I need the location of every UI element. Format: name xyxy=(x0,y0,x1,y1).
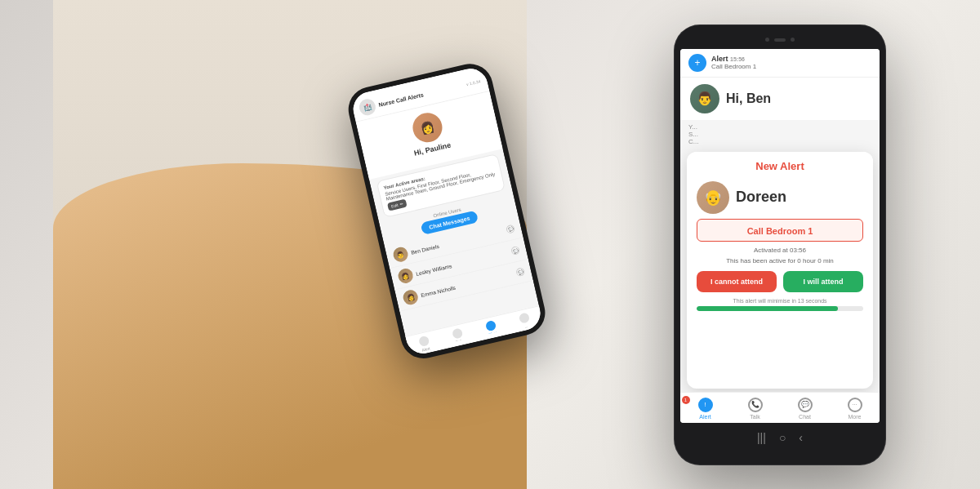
app-logo: 🏥 xyxy=(358,97,377,117)
phone-camera-area xyxy=(674,24,886,49)
recents-gesture-icon: ‹ xyxy=(799,431,803,444)
back-gesture-icon: ||| xyxy=(757,431,766,444)
alert-nav-label: Alert xyxy=(421,346,430,353)
more-nav-icon xyxy=(519,312,530,323)
call-type-text: Call Bedroom 1 xyxy=(747,226,813,236)
new-alert-modal: New Alert 👴 Doreen Call Bedroom 1 Activa… xyxy=(687,152,873,389)
message-icon-emma: 💬 xyxy=(515,267,525,277)
edit-label: Edit xyxy=(390,202,399,209)
alert-info: Alert 15:56 Call Bedroom 1 xyxy=(711,55,871,70)
activated-info: Activated at 03:56 xyxy=(687,245,873,256)
pauline-avatar: 👩 xyxy=(410,110,445,145)
chat-nav-label-right: Chat xyxy=(799,414,811,420)
alert-label: Alert xyxy=(711,55,730,63)
emma-avatar: 👩 xyxy=(402,288,420,306)
will-attend-button[interactable]: I will attend xyxy=(783,271,863,292)
ben-name: Ben Daniels xyxy=(410,242,439,255)
version-badge: v 1.0.34 xyxy=(466,78,481,87)
right-bottom-nav: ! 1 Alert 📞 Talk 💬 Chat ··· xyxy=(680,392,880,423)
alert-nav-icon-right: ! xyxy=(698,398,713,412)
nav-talk-right[interactable]: 📞 Talk xyxy=(730,398,780,420)
alert-progress-fill xyxy=(697,306,838,311)
speaker xyxy=(774,38,786,42)
nav-alert-left[interactable]: Alert xyxy=(406,332,443,355)
lesley-name: Lesley Williams xyxy=(416,263,452,277)
right-section: + Alert 15:56 Call Bedroom 1 👨 Hi, Ben xyxy=(633,8,927,482)
ben-profile-avatar: 👨 xyxy=(690,84,719,113)
nav-alert-right[interactable]: ! 1 Alert xyxy=(680,398,730,420)
camera-dot-1 xyxy=(765,38,769,42)
plus-icon: + xyxy=(694,57,700,69)
edit-button[interactable]: Edit ✏ xyxy=(387,199,407,211)
right-phone-body: + Alert 15:56 Call Bedroom 1 👨 Hi, Ben xyxy=(674,24,886,465)
doreen-name: Doreen xyxy=(736,189,786,206)
more-nav-icon-right: ··· xyxy=(848,398,862,412)
alert-time: 15:56 xyxy=(730,56,745,62)
hi-ben-greeting: Hi, Ben xyxy=(726,91,771,106)
alert-progress-bar xyxy=(697,306,863,311)
nav-more-left[interactable]: ... xyxy=(506,309,543,332)
cannot-attend-button[interactable]: I cannot attend xyxy=(697,271,777,292)
message-icon-lesley: 💬 xyxy=(510,246,520,256)
alert-nav-wrapper: ! 1 xyxy=(698,398,713,412)
nav-talk-left[interactable]: Talk xyxy=(439,325,476,348)
main-scene: 🏥 Nurse Call Alerts v 1.0.34 👩 Hi, Pauli… xyxy=(0,0,980,489)
chat-nav-icon-right: 💬 xyxy=(798,398,813,412)
action-buttons: I cannot attend I will attend xyxy=(687,268,873,296)
minimise-text: This alert will minimise in 13 seconds xyxy=(687,296,873,306)
app-title: Nurse Call Alerts xyxy=(378,91,424,107)
alert-nav-label-right: Alert xyxy=(699,414,710,420)
active-duration: This has been active for 0 hour 0 min xyxy=(687,256,873,268)
alert-top-bar: + Alert 15:56 Call Bedroom 1 xyxy=(680,49,880,78)
ben-avatar: 👨 xyxy=(392,246,410,264)
alert-circle-icon: + xyxy=(688,54,706,72)
lesley-avatar: 👩 xyxy=(397,267,415,285)
new-alert-header: New Alert xyxy=(687,152,873,176)
camera-dot-2 xyxy=(791,38,795,42)
new-alert-title: New Alert xyxy=(755,160,804,172)
doreen-avatar: 👴 xyxy=(697,181,729,214)
right-phone-screen: + Alert 15:56 Call Bedroom 1 👨 Hi, Ben xyxy=(680,49,880,423)
nav-more-right[interactable]: ··· More xyxy=(830,398,880,420)
left-section: 🏥 Nurse Call Alerts v 1.0.34 👩 Hi, Pauli… xyxy=(53,0,527,489)
emma-name: Emma Nicholls xyxy=(421,284,457,298)
alert-badge: 1 xyxy=(682,396,690,404)
home-gesture-icon: ○ xyxy=(779,431,786,444)
hi-ben-section: 👨 Hi, Ben xyxy=(680,78,880,120)
alert-title-bar: Alert 15:56 xyxy=(711,55,871,63)
edit-icon: ✏ xyxy=(399,202,403,207)
alert-call-text: Call Bedroom 1 xyxy=(711,63,871,70)
scrolled-hint: Y...S...C... xyxy=(680,120,880,149)
talk-nav-label-right: Talk xyxy=(750,414,760,420)
nav-chat-right[interactable]: 💬 Chat xyxy=(780,398,830,420)
talk-nav-icon-right: 📞 xyxy=(748,398,763,412)
more-nav-label-right: More xyxy=(849,414,862,420)
phone-bottom-bar: ||| ○ ‹ xyxy=(674,423,886,451)
message-icon-ben: 💬 xyxy=(506,224,515,234)
doreen-section: 👴 Doreen xyxy=(687,176,873,219)
more-nav-label: ... xyxy=(524,323,528,329)
call-type-badge: Call Bedroom 1 xyxy=(697,219,863,242)
